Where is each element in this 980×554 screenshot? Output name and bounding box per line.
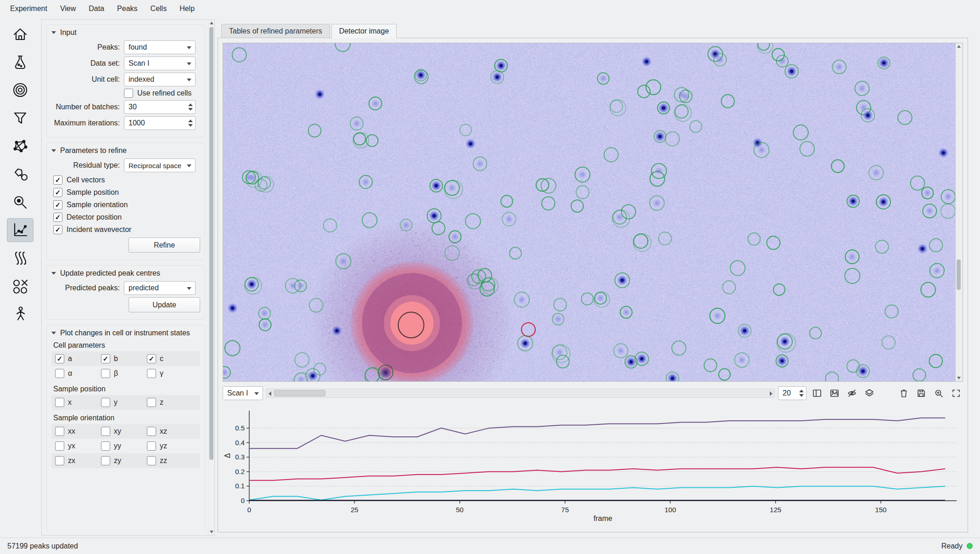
scrollbar-handle[interactable]	[957, 260, 961, 290]
status-ready-indicator	[967, 543, 973, 549]
experiment-icon[interactable]	[7, 50, 34, 74]
batches-spinbox[interactable]: 30	[124, 100, 196, 114]
spin-up-icon[interactable]	[188, 103, 193, 106]
check-label-γ: γ	[160, 369, 163, 378]
check-z[interactable]	[147, 398, 156, 407]
peak-finder-icon[interactable]	[7, 78, 34, 102]
check-zx[interactable]	[55, 456, 64, 465]
collapse-arrow-icon[interactable]	[51, 149, 56, 152]
save-icon[interactable]	[914, 386, 928, 400]
check-b[interactable]	[101, 354, 110, 363]
image-mode-icon[interactable]	[827, 386, 841, 400]
panel-toggle-icon[interactable]	[810, 386, 824, 400]
check-xz[interactable]	[147, 427, 156, 436]
spin-down-icon[interactable]	[799, 394, 804, 397]
cell-vectors-checkbox[interactable]	[53, 175, 62, 185]
check-cell-zy: zy	[101, 456, 147, 465]
spin-up-icon[interactable]	[188, 119, 193, 122]
refine-button[interactable]: Refine	[129, 237, 200, 253]
scroll-down-icon[interactable]	[210, 531, 213, 533]
svg-text:125: 125	[770, 506, 781, 514]
refiner-icon[interactable]	[7, 218, 34, 242]
unitcell-combo[interactable]: indexed	[124, 73, 196, 86]
check-yy[interactable]	[101, 441, 110, 451]
menu-experiment[interactable]: Experiment	[4, 2, 54, 16]
check-c[interactable]	[147, 354, 156, 363]
incident-wavevector-checkbox[interactable]	[53, 225, 62, 234]
detector-position-checkbox[interactable]	[53, 213, 62, 222]
cell-vectors-label: Cell vectors	[67, 176, 105, 184]
hide-peaks-icon[interactable]	[845, 386, 859, 400]
integrator-icon[interactable]	[7, 246, 34, 270]
menu-cells[interactable]: Cells	[144, 2, 174, 16]
spin-down-icon[interactable]	[188, 124, 193, 127]
menu-data[interactable]: Data	[82, 2, 111, 16]
collapse-arrow-icon[interactable]	[51, 332, 56, 334]
predictor-icon[interactable]	[7, 190, 34, 214]
check-cell-zx: zx	[55, 456, 101, 465]
menu-help[interactable]: Help	[173, 2, 201, 16]
section-title: Update predicted peak centres	[60, 269, 160, 277]
menu-view[interactable]: View	[54, 2, 82, 16]
scan-combo[interactable]: Scan I	[223, 386, 263, 400]
slider-left-icon[interactable]	[269, 391, 271, 396]
dataset-combo[interactable]: Scan I	[124, 57, 196, 70]
scrollbar-handle[interactable]	[209, 27, 213, 460]
update-button[interactable]: Update	[129, 297, 200, 312]
delete-icon[interactable]	[896, 386, 911, 400]
frame-slider[interactable]	[266, 389, 775, 398]
check-a[interactable]	[55, 354, 64, 363]
svg-text:0: 0	[247, 506, 251, 514]
detector-image-canvas[interactable]	[223, 43, 955, 381]
iterations-label: Maximum iterations:	[51, 119, 124, 127]
content-area: Tables of refined parametersDetector ima…	[215, 17, 980, 537]
tab-tables-of-refined-parameters[interactable]: Tables of refined parameters	[221, 24, 330, 38]
check-xy[interactable]	[101, 427, 110, 436]
spin-down-icon[interactable]	[188, 108, 193, 111]
check-yx[interactable]	[55, 441, 64, 451]
collapse-arrow-icon[interactable]	[51, 31, 56, 34]
frame-spinbox[interactable]: 20	[778, 386, 806, 400]
input-section: Input Peaks: found Data set: Scan I Unit…	[46, 24, 205, 137]
check-x[interactable]	[55, 398, 64, 407]
check-zz[interactable]	[147, 456, 156, 465]
merger-icon[interactable]	[7, 302, 34, 326]
home-icon[interactable]	[7, 22, 34, 46]
panel-scrollbar[interactable]	[208, 20, 214, 535]
residual-combo[interactable]: Reciprocal space	[124, 158, 196, 172]
tab-detector-image[interactable]: Detector image	[331, 24, 397, 38]
sample-position-checkbox[interactable]	[53, 188, 62, 197]
scroll-up-icon[interactable]	[957, 45, 961, 48]
slider-right-icon[interactable]	[770, 391, 773, 396]
predicted-peaks-combo[interactable]: predicted	[124, 281, 196, 295]
rejector-icon[interactable]	[7, 274, 34, 298]
scroll-down-icon[interactable]	[957, 377, 961, 379]
collapse-arrow-icon[interactable]	[51, 272, 56, 275]
sample-orientation-checkbox[interactable]	[53, 200, 62, 209]
check-γ[interactable]	[147, 369, 156, 378]
detector-scrollbar[interactable]	[955, 43, 963, 381]
use-refined-cells-checkbox[interactable]	[124, 89, 133, 98]
peaks-combo[interactable]: found	[124, 40, 196, 54]
check-β[interactable]	[101, 369, 110, 378]
check-xx[interactable]	[55, 427, 64, 436]
scroll-up-icon[interactable]	[210, 22, 213, 24]
autoindexer-icon[interactable]	[7, 134, 34, 158]
zoom-icon[interactable]	[931, 386, 946, 400]
check-y[interactable]	[101, 398, 110, 407]
menu-peaks[interactable]: Peaks	[111, 2, 144, 16]
spin-up-icon[interactable]	[799, 390, 804, 392]
shape-model-icon[interactable]	[7, 162, 34, 186]
fit-view-icon[interactable]	[949, 386, 963, 400]
check-cell-y: y	[101, 398, 147, 407]
check-label-β: β	[114, 369, 118, 378]
iterations-spinbox[interactable]: 1000	[124, 116, 196, 130]
check-cell-b: b	[101, 354, 147, 363]
check-zy[interactable]	[101, 456, 110, 465]
filter-icon[interactable]	[7, 106, 34, 130]
layers-icon[interactable]	[862, 386, 876, 400]
svg-text:50: 50	[456, 506, 464, 514]
check-yz[interactable]	[147, 441, 156, 451]
check-α[interactable]	[55, 369, 64, 378]
slider-handle[interactable]	[274, 390, 325, 396]
